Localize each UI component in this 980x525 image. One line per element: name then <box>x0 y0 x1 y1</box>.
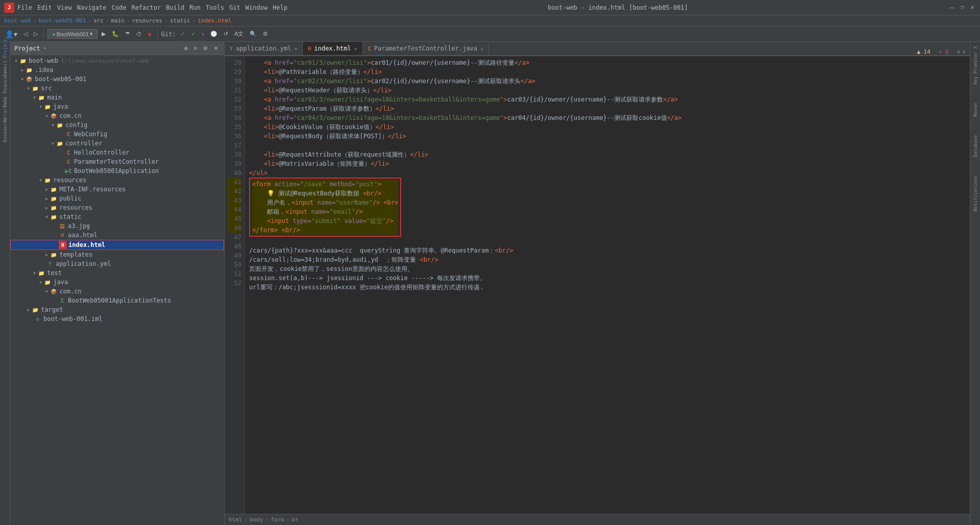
tree-item-application-yml[interactable]: Y application.yml <box>10 259 224 268</box>
maximize-button[interactable]: ❐ <box>959 4 966 11</box>
back-button[interactable]: ◁ <box>21 30 30 38</box>
menu-help[interactable]: Help <box>273 4 287 11</box>
database-tab[interactable]: Database <box>973 133 978 159</box>
tree-item-index-html[interactable]: H index.html <box>10 240 224 250</box>
translate-button[interactable]: A文 <box>232 29 246 39</box>
tree-item-config[interactable]: 📁 config <box>10 120 224 130</box>
notifications-tab[interactable]: Notifications <box>973 173 978 213</box>
app-icon: J <box>4 3 14 13</box>
tree-item-boot-web[interactable]: 📁 boot-web E:\idea-workspace\boot-web <box>10 56 224 65</box>
breadcrumb-filename[interactable]: index.html <box>198 17 231 24</box>
tab-ParameterTestController[interactable]: C ParameterTestController.java ✕ <box>363 42 489 55</box>
git-rollback-button[interactable]: ↺ <box>222 30 230 38</box>
menu-code[interactable]: Code <box>112 4 127 11</box>
breadcrumb-part[interactable]: resources <box>132 17 163 24</box>
tab-application-yml[interactable]: Y application.yml ✕ <box>225 42 303 55</box>
tree-item-test[interactable]: 📁 test <box>10 268 224 278</box>
tree-item-static[interactable]: 📁 static <box>10 212 224 221</box>
breadcrumb-part[interactable]: static <box>170 17 190 24</box>
tree-item-aaa-html[interactable]: H aaa.html <box>10 231 224 240</box>
close-tab-button[interactable]: ✕ <box>294 46 297 52</box>
tree-item-target[interactable]: 📁 target <box>10 305 224 314</box>
scroll-controls[interactable]: ∧ ∨ <box>953 48 970 55</box>
tree-item-BootWeb05001Application[interactable]: ▶C BootWeb05001Application <box>10 166 224 176</box>
tree-item-public[interactable]: 📁 public <box>10 194 224 203</box>
menu-edit[interactable]: Edit <box>37 4 52 11</box>
tree-label: java <box>53 103 68 110</box>
profile-button[interactable]: ⏱ <box>134 30 144 38</box>
code-editor[interactable]: <a href="car01/3/owner/lisi">car01/{id}/… <box>245 56 970 514</box>
git-history-button[interactable]: 🕐 <box>208 30 219 38</box>
tree-item-resources-sub[interactable]: 📁 resources <box>10 203 224 212</box>
tree-item-meta-inf[interactable]: 📁 META-INF.resources <box>10 185 224 194</box>
settings-button[interactable]: ⚙ <box>261 30 270 38</box>
tree-item-com-cn-test[interactable]: 📦 com.cn <box>10 287 224 296</box>
maven-tab[interactable]: Maven <box>973 101 978 119</box>
close-button[interactable]: ✕ <box>969 4 976 11</box>
debug-app-button[interactable]: 🐛 <box>110 30 121 38</box>
breadcrumb: boot-web› boot-web05-001› src› main› res… <box>0 15 980 27</box>
tree-item-boot-web-iml[interactable]: ⚙ boot-web-001.iml <box>10 314 224 323</box>
search-button[interactable]: 🔍 <box>248 30 259 38</box>
tree-item-idea[interactable]: 📁 .idea <box>10 65 224 74</box>
menu-window[interactable]: Window <box>246 4 267 11</box>
collapse-all-button[interactable]: ≡ <box>192 44 199 52</box>
tree-item-HelloController[interactable]: C HelloController <box>10 148 224 157</box>
breadcrumb-part[interactable]: src <box>93 17 104 24</box>
close-panel-button[interactable]: ✕ <box>212 44 220 52</box>
vcs-dropdown-button[interactable]: ● BootWeb001 ▾ <box>47 29 97 39</box>
minimize-button[interactable]: — <box>948 4 955 11</box>
run-app-button[interactable]: ▶ <box>100 30 108 38</box>
breadcrumb-part[interactable]: boot-web05-001 <box>39 17 86 24</box>
menu-file[interactable]: File <box>17 4 32 11</box>
tree-item-controller[interactable]: 📁 controller <box>10 139 224 148</box>
menu-git[interactable]: Git <box>229 4 240 11</box>
vcs-configure-button[interactable]: 👤▾ <box>3 29 19 39</box>
close-tab-button[interactable]: ✕ <box>480 46 483 52</box>
tree-label: BootWeb05001ApplicationTests <box>68 297 171 304</box>
menu-run[interactable]: Run <box>189 4 201 11</box>
menu-navigate[interactable]: Navigate <box>77 4 107 11</box>
tree-item-resources-main[interactable]: 📁 resources <box>10 176 224 185</box>
menu-refactor[interactable]: Refactor <box>131 4 161 11</box>
tab-index-html[interactable]: H index.html ✕ <box>303 42 362 55</box>
tree-item-WebConfig[interactable]: C WebConfig <box>10 130 224 139</box>
tree-item-boot-web05-001[interactable]: 📦 boot-web05-001 <box>10 74 224 84</box>
tree-item-src[interactable]: 📁 src <box>10 84 224 93</box>
show-options-button[interactable]: ⚙ <box>201 44 210 52</box>
project-header-actions[interactable]: ⊕ ≡ ⚙ ✕ <box>182 44 220 52</box>
tree-item-ParameterTestController[interactable]: C ParameterTestController <box>10 157 224 166</box>
sidebar-item-structure[interactable]: Structure <box>1 105 10 114</box>
tree-item-templates[interactable]: 📁 templates <box>10 250 224 259</box>
breadcrumb-part[interactable]: boot-web <box>4 17 31 24</box>
tree-item-java-test[interactable]: 📁 java <box>10 278 224 287</box>
key-promoter-tab[interactable]: Key Promoter X <box>973 44 978 87</box>
menu-view[interactable]: View <box>57 4 72 11</box>
tree-label: .idea <box>35 66 53 73</box>
close-tab-button[interactable]: ✕ <box>354 46 357 52</box>
tree-item-a3-jpg[interactable]: 🖼 a3.jpg <box>10 221 224 231</box>
code-area[interactable]: 2829303132 3334353637 383940 41 42 43 44… <box>225 56 970 514</box>
menu-bar[interactable]: File Edit View Navigate Code Refactor Bu… <box>17 4 287 11</box>
breadcrumb-part[interactable]: main <box>111 17 125 24</box>
sidebar-item-pull-requests[interactable]: Pull Requests <box>1 85 10 94</box>
menu-build[interactable]: Build <box>166 4 184 11</box>
stop-button[interactable]: ■ <box>146 30 154 38</box>
git-check-button[interactable]: ✓ <box>178 30 187 38</box>
coverage-button[interactable]: ☂ <box>123 30 132 38</box>
sidebar-item-bookmarks[interactable]: Bookmarks <box>1 126 10 135</box>
scroll-up-icon[interactable]: ∧ <box>957 48 961 55</box>
git-commit-button[interactable]: ✓ <box>189 30 198 38</box>
window-controls[interactable]: — ❐ ✕ <box>948 4 976 11</box>
forward-button[interactable]: ▷ <box>32 30 40 38</box>
html-icon: H <box>59 241 67 249</box>
scroll-down-icon[interactable]: ∨ <box>962 48 966 55</box>
tree-item-main[interactable]: 📁 main <box>10 93 224 102</box>
git-push-button[interactable]: ↑ <box>200 30 207 38</box>
tree-item-java[interactable]: 📁 java <box>10 102 224 111</box>
sidebar-item-project[interactable]: Project <box>1 44 10 53</box>
tree-item-com-cn[interactable]: 📦 com.cn <box>10 111 224 120</box>
tree-item-BootWebTests[interactable]: C BootWeb05001ApplicationTests <box>10 296 224 305</box>
menu-tools[interactable]: Tools <box>206 4 224 11</box>
add-button[interactable]: ⊕ <box>182 44 190 52</box>
